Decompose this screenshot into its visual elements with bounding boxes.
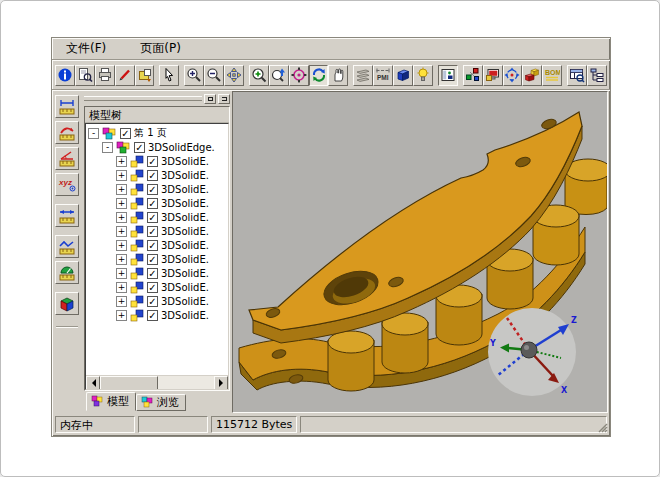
select-button[interactable] xyxy=(159,65,179,86)
expand-box[interactable]: + xyxy=(116,198,127,209)
bom-button[interactable]: BOM xyxy=(542,65,562,86)
tree-label[interactable]: 3DSolidE. xyxy=(161,254,209,265)
tree-label[interactable]: 3DSolidE. xyxy=(161,268,209,279)
zoom-window-button[interactable] xyxy=(249,65,269,86)
expand-box[interactable]: + xyxy=(116,212,127,223)
update-view-button[interactable] xyxy=(503,65,523,86)
visibility-checkbox[interactable]: ✓ xyxy=(147,296,158,307)
explode-button[interactable] xyxy=(463,65,483,86)
visibility-checkbox[interactable]: ✓ xyxy=(147,170,158,181)
visibility-checkbox[interactable]: ✓ xyxy=(147,240,158,251)
redline-button[interactable] xyxy=(115,65,135,86)
tree-row-solid[interactable]: + ✓ 3DSolidE. xyxy=(88,294,228,308)
tree-label[interactable]: 3DSolidE. xyxy=(161,240,209,251)
visibility-checkbox[interactable]: ✓ xyxy=(147,268,158,279)
zoom-in-button[interactable] xyxy=(184,65,204,86)
about-button[interactable] xyxy=(55,65,75,86)
menu-file[interactable]: 文件(F) xyxy=(62,38,110,59)
measure-min-distance-button[interactable] xyxy=(55,204,79,227)
scrollbar-track[interactable] xyxy=(158,376,214,389)
resize-grip[interactable] xyxy=(596,421,608,433)
zoom-out-button[interactable] xyxy=(204,65,224,86)
pan-hand-button[interactable] xyxy=(328,65,348,86)
measure-coordinate-button[interactable]: xyz xyxy=(55,173,79,196)
export-button[interactable] xyxy=(135,65,155,86)
expand-box[interactable]: + xyxy=(116,296,127,307)
expand-box[interactable]: + xyxy=(116,240,127,251)
tree-label[interactable]: 3DSolidE. xyxy=(161,226,209,237)
measure-volume-button[interactable] xyxy=(55,292,79,315)
expand-box[interactable]: + xyxy=(116,226,127,237)
tree-row-solid[interactable]: + ✓ 3DSolidE. xyxy=(88,224,228,238)
pan-zoom-button[interactable] xyxy=(224,65,244,86)
expand-box[interactable]: + xyxy=(116,282,127,293)
print-preview-button[interactable] xyxy=(75,65,95,86)
tree-label[interactable]: 第 1 页 xyxy=(134,126,167,140)
render-settings-button[interactable] xyxy=(483,65,503,86)
report-table-button[interactable] xyxy=(567,65,587,86)
model-tree-view[interactable]: - ✓ 第 1 页 - ✓ 3DSolidEdge. + xyxy=(85,123,229,390)
tree-structure-button[interactable] xyxy=(587,65,607,86)
visibility-checkbox[interactable]: ✓ xyxy=(147,310,158,321)
orbit-center-button[interactable] xyxy=(289,65,309,86)
light-button[interactable] xyxy=(413,65,433,86)
panel-float-button[interactable] xyxy=(204,94,216,104)
tree-label[interactable]: 3DSolidE. xyxy=(161,156,209,167)
tab-browse[interactable]: 浏览 xyxy=(136,394,186,411)
tab-model[interactable]: 模型 xyxy=(86,392,136,411)
tree-row-solid[interactable]: + ✓ 3DSolidE. xyxy=(88,182,228,196)
menu-page[interactable]: 页面(P) xyxy=(136,38,185,59)
expand-box[interactable]: + xyxy=(116,156,127,167)
tree-label[interactable]: 3DSolidEdge. xyxy=(148,142,215,153)
tree-label[interactable]: 3DSolidE. xyxy=(161,170,209,181)
tree-row-solid[interactable]: + ✓ 3DSolidE. xyxy=(88,154,228,168)
collapse-box[interactable]: - xyxy=(102,142,113,153)
visibility-checkbox[interactable]: ✓ xyxy=(147,184,158,195)
scrollbar-thumb[interactable] xyxy=(100,376,158,390)
panel-hide-button[interactable] xyxy=(218,94,230,104)
viewport-3d[interactable]: Z X Y xyxy=(232,91,608,413)
pmi-button[interactable]: PMI xyxy=(373,65,393,86)
shade-mode-button[interactable] xyxy=(353,65,373,86)
panel-title-bar[interactable] xyxy=(84,93,230,104)
visibility-checkbox[interactable]: ✓ xyxy=(147,156,158,167)
tree-label[interactable]: 3DSolidE. xyxy=(161,282,209,293)
tree-row-page[interactable]: - ✓ 第 1 页 xyxy=(88,126,228,140)
visibility-checkbox[interactable]: ✓ xyxy=(147,226,158,237)
tree-label[interactable]: 3DSolidE. xyxy=(161,184,209,195)
panel-grip[interactable] xyxy=(84,96,202,101)
tree-label[interactable]: 3DSolidE. xyxy=(161,198,209,209)
axis-trackball[interactable]: Z X Y xyxy=(477,302,587,402)
print-button[interactable] xyxy=(95,65,115,86)
collapse-box[interactable]: - xyxy=(88,128,99,139)
tree-row-assembly[interactable]: - ✓ 3DSolidEdge. xyxy=(88,140,228,154)
measure-distance-button[interactable] xyxy=(55,95,79,118)
visibility-checkbox[interactable]: ✓ xyxy=(147,254,158,265)
scroll-right-button[interactable] xyxy=(214,376,228,390)
zoom-dynamic-button[interactable] xyxy=(269,65,289,86)
expand-box[interactable]: + xyxy=(116,310,127,321)
model-tree-panel-toggle[interactable] xyxy=(438,65,458,86)
tree-row-solid[interactable]: + ✓ 3DSolidE. xyxy=(88,168,228,182)
visibility-checkbox[interactable]: ✓ xyxy=(147,198,158,209)
visibility-checkbox[interactable]: ✓ xyxy=(120,128,131,139)
expand-box[interactable]: + xyxy=(116,184,127,195)
expand-box[interactable]: + xyxy=(116,170,127,181)
tree-row-solid[interactable]: + ✓ 3DSolidE. xyxy=(88,308,228,322)
tree-label[interactable]: 3DSolidE. xyxy=(161,310,209,321)
tree-row-solid[interactable]: + ✓ 3DSolidE. xyxy=(88,266,228,280)
tree-row-solid[interactable]: + ✓ 3DSolidE. xyxy=(88,252,228,266)
expand-box[interactable]: + xyxy=(116,268,127,279)
visibility-checkbox[interactable]: ✓ xyxy=(147,282,158,293)
tree-label[interactable]: 3DSolidE. xyxy=(161,296,209,307)
view-3d-button[interactable] xyxy=(393,65,413,86)
scroll-left-button[interactable] xyxy=(86,376,100,390)
visibility-checkbox[interactable]: ✓ xyxy=(134,142,145,153)
rotate-view-button[interactable] xyxy=(309,65,329,86)
visibility-checkbox[interactable]: ✓ xyxy=(147,212,158,223)
tree-row-solid[interactable]: + ✓ 3DSolidE. xyxy=(88,280,228,294)
measure-area-button[interactable] xyxy=(55,261,79,284)
measure-polyline-button[interactable] xyxy=(55,235,79,258)
parts-list-button[interactable] xyxy=(522,65,542,86)
measure-curve-button[interactable] xyxy=(55,121,79,144)
